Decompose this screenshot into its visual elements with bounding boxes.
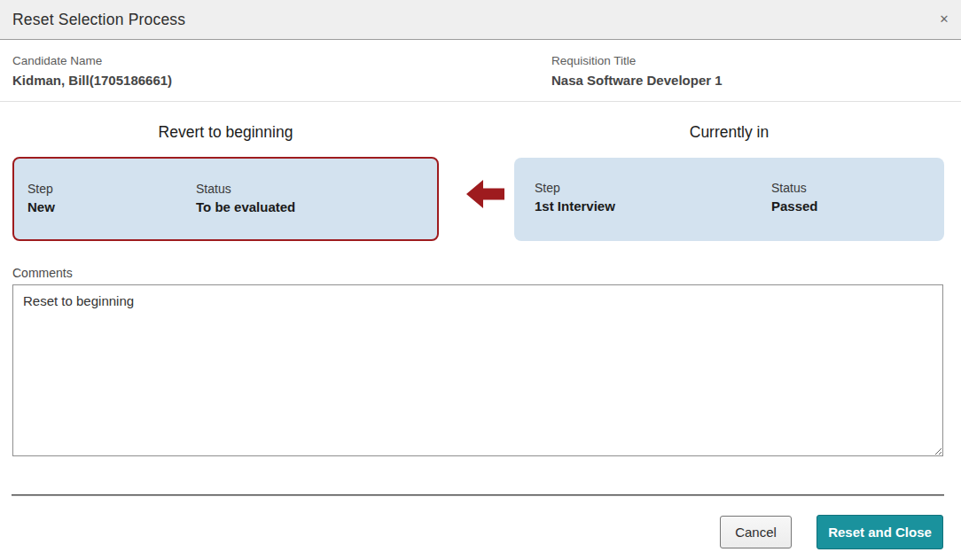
requisition-title-label: Requisition Title: [551, 54, 636, 67]
reset-selection-process-dialog: Reset Selection Process ✕ Candidate Name…: [0, 0, 961, 560]
status-value: To be evaluated: [196, 199, 295, 214]
revert-step-column: Step New: [27, 182, 55, 214]
requisition-title-value: Nasa Software Developer 1: [551, 73, 723, 88]
footer-divider: [12, 494, 944, 496]
step-value: New: [27, 199, 55, 214]
revert-left-arrow-icon: [466, 179, 504, 209]
current-step-box: Step 1st Interview Status Passed: [514, 158, 944, 241]
dialog-header: Reset Selection Process ✕: [0, 0, 961, 40]
candidate-name-value: Kidman, Bill(1705186661): [12, 73, 172, 88]
currently-in-heading: Currently in: [514, 123, 944, 142]
current-status-column: Status Passed: [771, 181, 818, 214]
status-label: Status: [196, 182, 295, 196]
status-label: Status: [771, 181, 818, 195]
revert-step-box: Step New Status To be evaluated: [12, 157, 439, 241]
candidate-name-label: Candidate Name: [12, 54, 102, 67]
step-value: 1st Interview: [535, 198, 615, 214]
status-value: Passed: [771, 198, 818, 214]
info-separator: [0, 101, 961, 102]
revert-to-beginning-heading: Revert to beginning: [12, 123, 439, 142]
cancel-button[interactable]: Cancel: [720, 516, 792, 548]
step-label: Step: [27, 182, 55, 196]
reset-and-close-button[interactable]: Reset and Close: [816, 515, 943, 549]
revert-status-column: Status To be evaluated: [196, 182, 295, 214]
comments-textarea[interactable]: Reset to beginning: [12, 284, 943, 456]
current-step-column: Step 1st Interview: [535, 181, 615, 214]
dialog-title: Reset Selection Process: [12, 0, 185, 40]
comments-label: Comments: [12, 266, 73, 280]
step-label: Step: [535, 181, 615, 195]
close-icon[interactable]: ✕: [931, 0, 957, 39]
